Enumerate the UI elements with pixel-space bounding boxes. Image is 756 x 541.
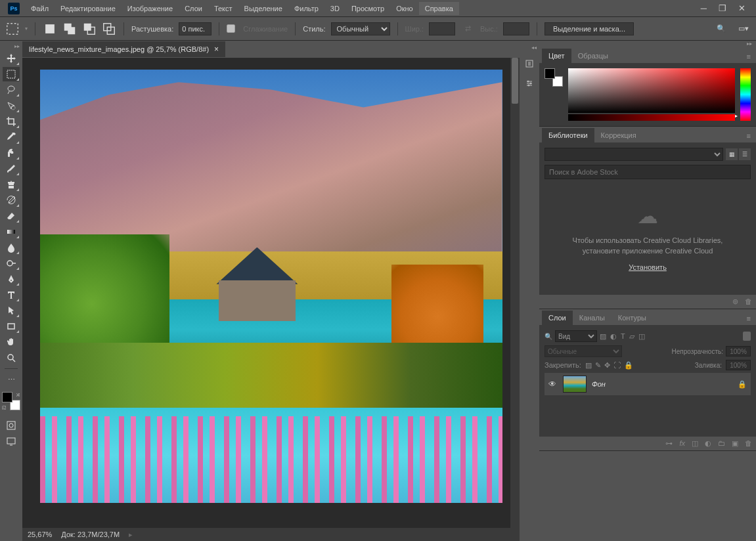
selection-subtract-icon[interactable] — [82, 22, 97, 36]
foreground-color-swatch[interactable] — [2, 392, 12, 402]
menu-слои[interactable]: Слои — [179, 2, 208, 15]
close-button[interactable]: ✕ — [738, 3, 745, 13]
tool-preset-icon[interactable] — [5, 22, 20, 36]
style-select[interactable]: Обычный — [331, 22, 390, 35]
menu-редактирование[interactable]: Редактирование — [55, 2, 122, 15]
default-colors-icon[interactable]: ◱ — [2, 405, 7, 410]
properties-panel-icon[interactable] — [523, 77, 536, 90]
hue-strip[interactable] — [740, 68, 751, 121]
layer-row[interactable]: 👁 Фон 🔒 — [545, 373, 751, 395]
lock-transparent-icon[interactable]: ▨ — [585, 361, 592, 370]
menu-справка[interactable]: Справка — [419, 2, 459, 15]
menu-окно[interactable]: Окно — [390, 2, 419, 15]
zoom-level[interactable]: 25,67% — [28, 530, 52, 538]
doc-info[interactable]: Док: 23,7M/23,7M — [61, 530, 120, 538]
lock-all-icon[interactable]: 🔒 — [624, 361, 633, 370]
canvas-viewport[interactable] — [22, 58, 520, 528]
vertical-scrollbar[interactable] — [510, 58, 520, 528]
install-link[interactable]: Установить — [629, 263, 667, 271]
rectangle-tool[interactable] — [3, 319, 20, 334]
crop-tool[interactable] — [3, 114, 20, 129]
history-brush-tool[interactable] — [3, 193, 20, 207]
layer-filter-select[interactable]: Вид — [555, 330, 597, 342]
eyedropper-tool[interactable] — [3, 130, 20, 144]
toolbar-collapse-icon[interactable]: ▸▸ — [0, 43, 22, 50]
color-field[interactable] — [568, 68, 735, 113]
selection-intersect-icon[interactable] — [102, 22, 116, 36]
document-tab[interactable]: lifestyle_news_mixture_images.jpeg @ 25,… — [22, 41, 225, 57]
fg-bg-colors[interactable]: ⤭ ◱ — [2, 392, 20, 410]
panel-menu-icon[interactable]: ≡ — [742, 50, 756, 63]
feather-input[interactable] — [179, 22, 211, 35]
edit-toolbar-icon[interactable]: ⋯ — [3, 372, 20, 387]
workspace-icon[interactable]: ▭▾ — [736, 22, 751, 36]
tab-swatches[interactable]: Образцы — [571, 49, 615, 63]
healing-brush-tool[interactable] — [3, 146, 20, 160]
tab-layers[interactable]: Слои — [542, 311, 573, 325]
tab-paths[interactable]: Контуры — [611, 311, 653, 325]
marquee-tool[interactable] — [3, 67, 20, 81]
screen-mode-icon[interactable] — [3, 434, 20, 448]
panel-menu-icon[interactable]: ≡ — [742, 129, 756, 142]
list-view-icon[interactable]: ☰ — [739, 148, 751, 160]
visibility-icon[interactable]: 👁 — [548, 379, 558, 389]
filter-shape-icon[interactable]: ▱ — [629, 332, 634, 341]
history-panel-icon[interactable] — [523, 57, 536, 70]
pen-tool[interactable] — [3, 272, 20, 286]
maximize-button[interactable]: ❐ — [719, 3, 726, 13]
menu-фильтр[interactable]: Фильтр — [288, 2, 324, 15]
color-slider[interactable] — [568, 114, 735, 121]
layer-lock-icon[interactable]: 🔒 — [738, 380, 747, 389]
panel-fgbg[interactable] — [545, 68, 563, 87]
search-icon[interactable]: 🔍 — [714, 22, 728, 36]
menu-выделение[interactable]: Выделение — [238, 2, 288, 15]
selection-add-icon[interactable] — [62, 22, 77, 36]
link-layers-icon[interactable]: ⊶ — [665, 439, 673, 448]
selection-new-icon[interactable] — [43, 22, 57, 36]
filter-type-icon[interactable]: T — [621, 332, 625, 341]
filter-toggle[interactable] — [743, 332, 751, 341]
blur-tool[interactable] — [3, 240, 20, 255]
dodge-tool[interactable] — [3, 256, 20, 270]
collapse-panels-icon[interactable]: ▸▸ — [539, 41, 756, 47]
new-layer-icon[interactable]: ▣ — [732, 439, 738, 448]
menu-просмотр[interactable]: Просмотр — [345, 2, 390, 15]
group-layers-icon[interactable]: 🗀 — [718, 439, 725, 448]
type-tool[interactable] — [3, 288, 20, 302]
lock-artboard-icon[interactable]: ⛶ — [613, 361, 621, 370]
filter-adjust-icon[interactable]: ◐ — [610, 332, 617, 341]
clone-stamp-tool[interactable] — [3, 177, 20, 192]
layer-mask-icon[interactable]: ◫ — [692, 439, 698, 448]
tab-channels[interactable]: Каналы — [573, 311, 611, 325]
filter-image-icon[interactable]: ▨ — [600, 332, 606, 341]
grid-view-icon[interactable]: ▦ — [726, 148, 738, 160]
menu-изображение[interactable]: Изображение — [122, 2, 179, 15]
minimize-button[interactable]: ─ — [701, 3, 707, 13]
menu-файл[interactable]: Файл — [25, 2, 55, 15]
quick-select-tool[interactable] — [3, 98, 20, 113]
hand-tool[interactable] — [3, 335, 20, 349]
quick-mask-icon[interactable] — [3, 418, 20, 433]
library-select[interactable] — [545, 148, 723, 161]
close-tab-icon[interactable]: × — [214, 45, 219, 54]
tab-libraries[interactable]: Библиотеки — [542, 128, 594, 142]
select-and-mask-button[interactable]: Выделение и маска... — [545, 22, 634, 35]
zoom-tool[interactable] — [3, 351, 20, 365]
move-tool[interactable] — [3, 51, 20, 66]
menu-текст[interactable]: Текст — [208, 2, 238, 15]
trash-icon[interactable]: 🗑 — [745, 297, 752, 306]
layer-thumbnail[interactable] — [563, 376, 587, 393]
delete-layer-icon[interactable]: 🗑 — [745, 439, 752, 448]
brush-tool[interactable] — [3, 162, 20, 176]
statusbar-arrow-icon[interactable]: ▸ — [129, 530, 133, 539]
panel-menu-icon[interactable]: ≡ — [742, 312, 756, 325]
gradient-tool[interactable] — [3, 225, 20, 239]
tab-color[interactable]: Цвет — [542, 49, 571, 63]
eraser-tool[interactable] — [3, 209, 20, 223]
path-select-tool[interactable] — [3, 303, 20, 318]
adjustment-layer-icon[interactable]: ◐ — [705, 439, 711, 448]
tab-adjustments[interactable]: Коррекция — [594, 128, 643, 142]
filter-smart-icon[interactable]: ◫ — [638, 332, 645, 341]
lock-position-icon[interactable]: ✥ — [604, 361, 610, 370]
cloud-sync-icon[interactable]: ⊚ — [732, 297, 738, 306]
